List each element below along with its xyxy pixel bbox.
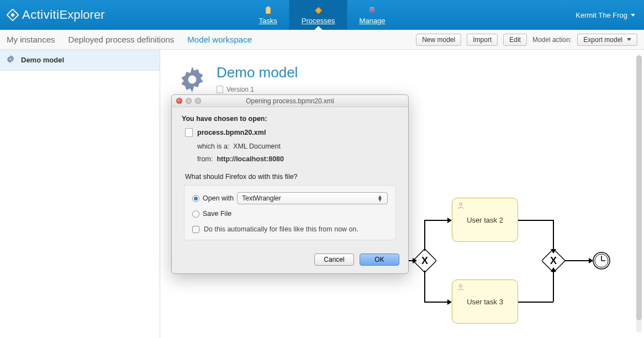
download-dialog: Opening process.bpmn20.xml You have chos… [171,94,409,274]
nav-tasks[interactable]: Tasks [247,0,289,30]
subtab-deployed[interactable]: Deployed process definitions [68,35,175,44]
which-is-a-label: which is a: [197,142,229,150]
dialog-meta: which is a: XML Document from: http://lo… [197,140,398,165]
scrollbar-thumb[interactable] [636,55,642,320]
caret-down-icon [627,38,631,41]
user-task-2: User task 2 [452,198,518,242]
task-label: User task 2 [467,216,503,224]
dialog-buttons: Cancel OK [172,246,408,273]
database-icon [367,6,377,15]
svg-rect-3 [267,6,270,8]
svg-text:X: X [550,255,557,266]
nav-processes-label: Processes [302,17,335,25]
window-controls [176,98,201,104]
option-auto[interactable]: Do this automatically for files like thi… [192,225,388,233]
edit-button[interactable]: Edit [503,34,527,46]
zoom-icon[interactable] [195,98,201,104]
svg-point-7 [369,11,374,13]
from-label: from: [197,155,213,163]
dialog-prompt2: What should Firefox do with this file? [185,173,398,181]
dialog-body: You have chosen to open: process.bpmn20.… [172,107,408,246]
arrow-icon [551,267,556,272]
dialog-filename: process.bpmn20.xml [197,129,266,136]
svg-point-19 [460,203,462,205]
model-version: Version 1 [226,86,254,93]
diamond-icon [313,6,323,15]
sub-header: My instances Deployed process definition… [0,30,644,50]
flow-line [564,260,590,261]
clipboard-icon [263,6,273,15]
flow-line [518,302,553,303]
flow-line [424,271,425,302]
user-name: Kermit The Frog [576,11,627,19]
open-with-select[interactable]: TextWrangler ▲▼ [237,192,388,204]
new-model-button[interactable]: New model [416,34,461,46]
auto-label: Do this automatically for files like thi… [204,225,358,233]
cancel-button[interactable]: Cancel [314,254,354,266]
scrollbar[interactable] [636,55,642,332]
model-action-value: Export model [583,36,622,44]
user-menu[interactable]: Kermit The Frog [576,11,635,19]
model-action-label: Model action: [532,36,572,44]
user-task-3: User task 3 [452,279,518,324]
gear-icon [177,64,208,97]
user-icon [457,202,464,209]
checkbox-auto[interactable] [192,226,199,233]
caret-down-icon [631,14,635,17]
open-with-label: Open with [203,194,234,202]
logo-text-light: Explorer [60,8,105,22]
gear-icon [6,54,15,66]
svg-point-10 [188,76,197,84]
which-is-a-value: XML Document [233,142,281,150]
logo-text-strong: Activiti [22,8,60,22]
minimize-icon[interactable] [186,98,192,104]
file-icon [185,128,193,137]
subtab-my-instances[interactable]: My instances [7,35,55,44]
svg-rect-1 [10,13,15,17]
dialog-filename-row: process.bpmn20.xml [185,128,398,137]
svg-point-9 [10,59,12,60]
dialog-options: Open with TextWrangler ▲▼ Save File Do t… [184,185,396,240]
user-icon [457,283,464,291]
activiti-logo-icon [7,9,19,21]
model-action-select[interactable]: Export model [577,34,637,46]
svg-rect-4 [315,7,322,14]
model-header: Demo model Version 1 [177,64,627,97]
nav-manage[interactable]: Manage [347,0,397,30]
model-version-row: Version 1 [217,86,298,93]
flow-line [553,271,554,302]
nav-manage-label: Manage [359,17,385,25]
save-file-label: Save File [203,210,231,218]
radio-save-file[interactable] [192,210,199,218]
toolbar: New model Import Edit Model action: Expo… [416,34,637,46]
document-icon [217,86,223,93]
nav-processes[interactable]: Processes [289,0,347,30]
sidebar-item-demo-model[interactable]: Demo model [0,50,160,71]
updown-icon: ▲▼ [377,195,383,202]
flow-line [424,220,448,221]
option-open-with[interactable]: Open with TextWrangler ▲▼ [192,192,388,204]
timer-event [592,251,611,270]
open-with-value: TextWrangler [242,194,281,202]
option-save-file[interactable]: Save File [192,210,388,218]
ok-button[interactable]: OK [360,254,399,266]
flow-line [553,220,554,251]
flow-line [424,220,425,251]
nav-tasks-label: Tasks [259,17,277,25]
radio-open-with[interactable] [192,195,199,202]
sidebar-item-label: Demo model [21,56,64,64]
app-logo: ActivitiExplorer [7,8,104,22]
sidebar: Demo model [0,50,160,338]
subtab-model-workspace[interactable]: Model workspace [187,35,252,44]
arrow-icon [589,258,593,263]
close-icon[interactable] [176,98,182,104]
from-value: http://localhost:8080 [217,155,284,163]
dialog-titlebar[interactable]: Opening process.bpmn20.xml [172,95,408,107]
arrow-icon [413,258,417,263]
import-button[interactable]: Import [467,34,498,46]
flow-line [518,220,553,221]
arrow-icon [447,218,452,223]
dialog-prompt: You have chosen to open: [182,115,398,123]
task-label: User task 3 [467,298,503,306]
svg-text:X: X [421,255,428,266]
